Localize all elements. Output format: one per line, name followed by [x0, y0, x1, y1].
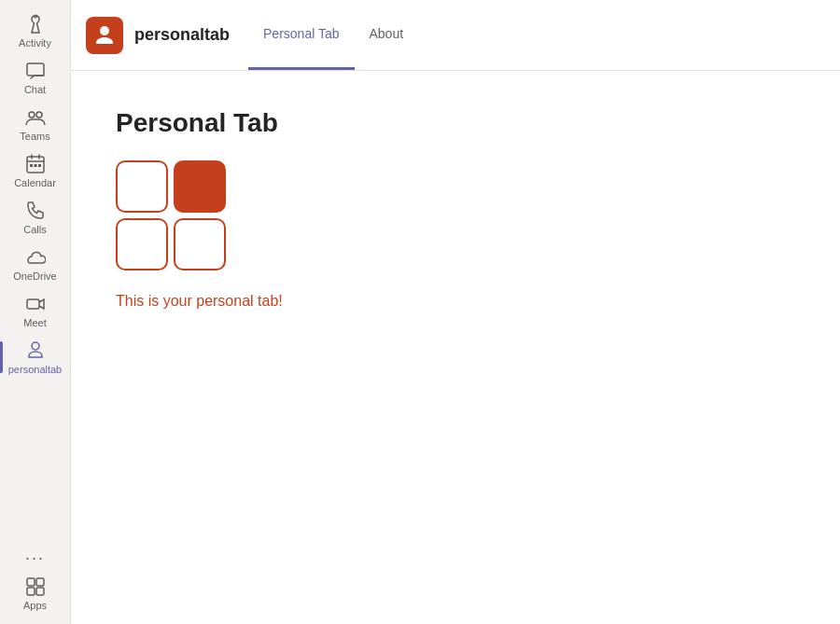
activity-icon	[24, 13, 47, 35]
main-content: personaltab Personal Tab About Personal …	[71, 0, 840, 624]
tab-bar: Personal Tab About	[248, 0, 418, 70]
sidebar-label-activity: Activity	[19, 37, 51, 49]
app-name: personaltab	[134, 25, 230, 45]
sidebar-item-chat[interactable]: Chat	[0, 54, 71, 101]
more-options-button[interactable]: ...	[0, 539, 71, 570]
personal-tab-subtitle: This is your personal tab!	[116, 293, 795, 310]
sidebar-label-onedrive: OneDrive	[13, 270, 56, 282]
logo-cell-2	[174, 160, 226, 213]
svg-rect-9	[27, 578, 35, 586]
svg-rect-10	[36, 578, 44, 586]
svg-rect-11	[27, 588, 35, 595]
chat-icon	[24, 60, 47, 82]
logo-cell-4	[174, 218, 226, 270]
sidebar-item-personaltab[interactable]: personaltab	[0, 334, 71, 381]
personaltab-icon	[24, 340, 47, 362]
sidebar-item-calendar[interactable]: Calendar	[0, 147, 71, 194]
content-area: Personal Tab This is your personal tab!	[71, 71, 840, 624]
tab-personal-tab[interactable]: Personal Tab	[248, 0, 354, 70]
sidebar-item-calls[interactable]: Calls	[0, 194, 71, 241]
sidebar-label-calls: Calls	[23, 224, 46, 235]
sidebar-item-onedrive[interactable]: OneDrive	[0, 241, 71, 287]
sidebar-label-apps: Apps	[23, 600, 47, 611]
teams-icon	[24, 106, 47, 129]
svg-point-3	[36, 112, 42, 118]
apps-icon	[24, 575, 47, 598]
logo-grid	[116, 160, 795, 270]
meet-icon	[24, 293, 47, 315]
svg-rect-5	[30, 164, 33, 167]
calls-icon	[24, 200, 47, 222]
svg-rect-1	[27, 63, 44, 76]
sidebar-label-calendar: Calendar	[14, 177, 56, 188]
sidebar-item-apps[interactable]: Apps	[0, 570, 71, 617]
sidebar-label-meet: Meet	[23, 317, 46, 328]
onedrive-icon	[24, 246, 47, 269]
svg-point-2	[29, 112, 35, 118]
sidebar-label-teams: Teams	[20, 131, 49, 142]
svg-rect-8	[27, 299, 39, 309]
logo-cell-1	[116, 160, 168, 213]
calendar-icon	[24, 153, 47, 175]
svg-rect-6	[34, 164, 36, 167]
tab-about[interactable]: About	[355, 0, 419, 70]
app-header: personaltab Personal Tab About	[71, 0, 840, 71]
logo-cell-3	[116, 218, 168, 270]
svg-rect-12	[36, 588, 44, 595]
sidebar-label-chat: Chat	[24, 84, 46, 95]
sidebar-item-meet[interactable]: Meet	[0, 287, 71, 334]
app-icon	[86, 17, 123, 54]
sidebar-label-personaltab: personaltab	[8, 364, 63, 375]
sidebar: Activity Chat Teams	[0, 0, 71, 624]
sidebar-item-activity[interactable]: Activity	[0, 7, 71, 54]
page-title: Personal Tab	[116, 108, 795, 138]
svg-rect-7	[38, 164, 41, 167]
sidebar-item-teams[interactable]: Teams	[0, 101, 71, 147]
